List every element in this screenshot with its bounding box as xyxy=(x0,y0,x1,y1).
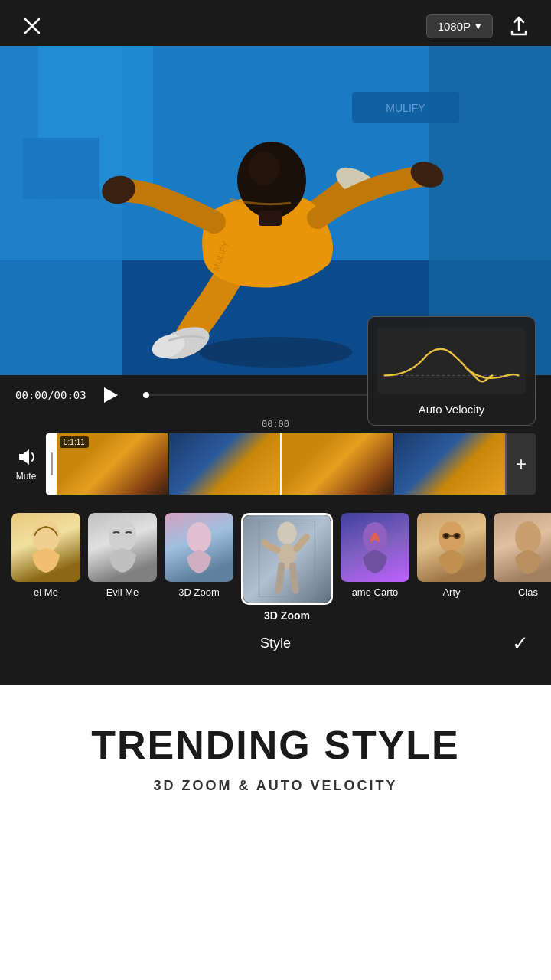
style-name-3dzoom-inactive: 3D Zoom xyxy=(178,586,219,598)
mute-label: Mute xyxy=(16,471,37,482)
frame-time-badge: 0:1:11 xyxy=(60,436,89,448)
svg-text:MULIFY: MULIFY xyxy=(386,102,425,114)
timeline-strip[interactable]: 0:1:11 + xyxy=(46,433,536,495)
style-thumb-el-me xyxy=(11,513,80,582)
frame-4 xyxy=(394,433,505,495)
style-item-el-me[interactable]: el Me xyxy=(8,510,84,625)
trending-title: TRENDING STYLE xyxy=(31,724,520,767)
svg-rect-19 xyxy=(259,211,282,226)
timeline-strip-area: Mute 0:1:11 + xyxy=(0,433,551,502)
play-icon xyxy=(104,387,118,403)
style-name-el-me: el Me xyxy=(34,586,58,598)
style-selector: el Me Evil Me xyxy=(0,502,551,662)
mute-control[interactable]: Mute xyxy=(15,446,37,482)
svg-point-18 xyxy=(249,152,279,185)
timeline-add-button[interactable]: + xyxy=(505,433,536,495)
style-name-3dzoom-active: 3D Zoom xyxy=(264,609,310,622)
style-item-evil-me[interactable]: Evil Me xyxy=(84,510,161,625)
svg-rect-8 xyxy=(23,138,99,199)
velocity-label: Auto Velocity xyxy=(377,403,526,416)
style-item-3dzoom-active[interactable]: 3D Zoom xyxy=(237,510,337,625)
auto-velocity-popup: Auto Velocity xyxy=(367,316,536,426)
style-thumb-classic xyxy=(494,513,551,582)
top-right-controls: 1080P ▾ xyxy=(426,12,533,40)
phone-bottom xyxy=(0,662,551,685)
svg-point-26 xyxy=(277,522,296,544)
resolution-label: 1080P xyxy=(438,20,471,33)
frame-3 xyxy=(282,433,393,495)
svg-rect-21 xyxy=(377,327,526,394)
style-item-arty[interactable]: Arty xyxy=(413,510,490,625)
checkmark-icon: ✓ xyxy=(512,632,529,655)
dropdown-arrow: ▾ xyxy=(475,19,481,33)
phone-mockup: 1080P ▾ xyxy=(0,0,551,685)
bottom-section: TRENDING STYLE 3D ZOOM & AUTO VELOCITY xyxy=(0,685,551,825)
style-item-3dzoom-inactive[interactable]: 3D Zoom xyxy=(161,510,237,625)
timeline-time: 00:00 xyxy=(262,419,289,430)
timeline-needle xyxy=(280,433,282,495)
style-thumb-3dzoom-inactive xyxy=(165,513,233,582)
style-item-flame-carto[interactable]: ame Carto xyxy=(337,510,413,625)
style-name-evil-me: Evil Me xyxy=(106,586,139,598)
style-label: Style xyxy=(260,635,291,652)
trending-subtitle: 3D ZOOM & AUTO VELOCITY xyxy=(31,778,520,794)
style-items-list: el Me Evil Me xyxy=(0,510,551,625)
frame-1: 0:1:11 xyxy=(57,433,168,495)
svg-point-29 xyxy=(439,521,465,554)
add-clip-icon: + xyxy=(516,453,527,475)
style-item-classic[interactable]: Clas xyxy=(490,510,551,625)
style-thumb-arty xyxy=(417,513,486,582)
timeline-frames: 0:1:11 xyxy=(57,433,505,495)
frame-2 xyxy=(169,433,280,495)
export-button[interactable] xyxy=(505,12,533,40)
style-thumb-3dzoom-active xyxy=(241,513,333,605)
svg-point-11 xyxy=(199,337,352,368)
style-bottom-bar: Style ✓ xyxy=(0,625,551,662)
timeline-handle-left[interactable] xyxy=(46,433,57,495)
svg-point-24 xyxy=(109,521,136,553)
svg-point-25 xyxy=(187,522,211,553)
top-bar: 1080P ▾ xyxy=(0,0,551,46)
style-thumb-evil-me xyxy=(88,513,157,582)
style-thumb-flame-carto xyxy=(341,513,409,582)
play-button[interactable] xyxy=(99,383,123,407)
close-button[interactable] xyxy=(18,12,46,40)
time-display: 00:00/00:03 xyxy=(15,389,86,401)
style-name-arty: Arty xyxy=(442,586,460,598)
confirm-button[interactable]: ✓ xyxy=(505,629,536,659)
style-name-classic: Clas xyxy=(518,586,538,598)
style-name-flame-carto: ame Carto xyxy=(352,586,399,598)
svg-point-23 xyxy=(32,521,60,553)
svg-point-35 xyxy=(515,521,541,554)
resolution-button[interactable]: 1080P ▾ xyxy=(426,14,493,38)
